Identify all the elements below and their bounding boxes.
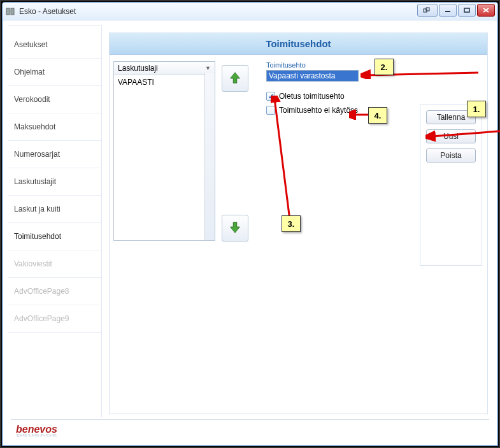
scrollbar[interactable]	[204, 73, 215, 240]
sidebar-item-laskutuslajit[interactable]: Laskutuslajit	[8, 168, 101, 196]
svg-line-11	[432, 125, 500, 136]
sidebar-item-maksuehdot[interactable]: Maksuehdot	[8, 113, 101, 141]
sidebar-item-label: AdvOfficePage9	[14, 314, 69, 323]
callout-4: 4.	[368, 107, 387, 124]
sidebar-item-ohjelmat[interactable]: Ohjelmat	[8, 59, 101, 86]
sidebar-item-label: Vakioviestit	[14, 259, 52, 268]
window-minimize-button[interactable]	[439, 4, 457, 17]
move-up-button[interactable]	[222, 65, 248, 92]
sidebar-item-toimitusehdot[interactable]: Toimitusehdot	[8, 223, 101, 250]
brand-logo: benevos benevos	[16, 424, 57, 435]
annotation-arrow-1	[425, 122, 500, 148]
sidebar-item-label: Laskutuslajit	[14, 177, 56, 186]
arrow-up-icon	[228, 71, 242, 87]
svg-rect-5	[464, 8, 469, 12]
listbox-header[interactable]: Laskutuslaji ▼	[114, 62, 215, 75]
footer: benevos benevos	[11, 419, 489, 438]
sidebar-item-label: Numerosarjat	[14, 150, 60, 159]
sidebar-item-laskutjakuiti[interactable]: Laskut ja kuiti	[8, 196, 101, 223]
sidebar-item-verokoodit[interactable]: Verokoodit	[8, 86, 101, 113]
app-window: Esko - Asetukset Asetukset Ohjelmat Vero…	[2, 2, 498, 446]
sidebar-item-numerosarjat[interactable]: Numerosarjat	[8, 141, 101, 168]
callout-3: 3.	[282, 215, 301, 232]
callout-1: 1.	[467, 101, 486, 117]
svg-marker-8	[231, 72, 240, 83]
main-panel: Toimitusehdot Laskutuslaji ▼ VAPAASTI	[109, 33, 488, 414]
sidebar-item-asetukset[interactable]: Asetukset	[8, 31, 101, 59]
svg-rect-0	[6, 8, 10, 15]
app-icon	[5, 6, 15, 17]
sidebar-item-label: AdvOfficePage8	[14, 287, 69, 296]
sidebar-item-label: Asetukset	[14, 40, 48, 49]
titlebar: Esko - Asetukset	[3, 3, 497, 20]
delete-button[interactable]: Poista	[426, 148, 476, 163]
listbox-row[interactable]: VAPAASTI	[114, 75, 215, 89]
sidebar-item-vakioviestit[interactable]: Vakioviestit	[8, 250, 101, 278]
listbox-header-label: Laskutuslaji	[118, 64, 158, 73]
sidebar-item-advofficepage8[interactable]: AdvOfficePage8	[8, 278, 101, 305]
sidebar-item-label: Toimitusehdot	[14, 232, 61, 241]
sidebar-item-label: Laskut ja kuiti	[14, 205, 61, 213]
sidebar-item-label: Maksuehdot	[14, 122, 55, 131]
sidebar: Asetukset Ohjelmat Verokoodit Maksuehdot…	[8, 25, 102, 417]
svg-marker-9	[231, 222, 240, 233]
sidebar-item-advofficepage9[interactable]: AdvOfficePage9	[8, 305, 101, 333]
toimitusehto-input[interactable]	[266, 70, 359, 82]
sidebar-item-label: Ohjelmat	[14, 68, 45, 76]
window-restore-button[interactable]	[417, 4, 438, 17]
annotation-arrow-3	[271, 96, 303, 223]
window-maximize-button[interactable]	[458, 4, 476, 17]
listbox[interactable]: Laskutuslaji ▼ VAPAASTI	[113, 61, 215, 241]
move-down-button[interactable]	[222, 215, 248, 242]
callout-2: 2.	[375, 59, 394, 75]
window-title: Esko - Asetukset	[19, 7, 76, 16]
sidebar-item-label: Verokoodit	[14, 95, 50, 104]
arrow-down-icon	[228, 220, 242, 236]
svg-rect-1	[11, 8, 14, 15]
window-close-button[interactable]	[477, 4, 495, 17]
svg-line-12	[275, 99, 290, 220]
panel-title: Toimitusehdot	[110, 33, 487, 55]
chevron-down-icon: ▼	[205, 65, 211, 71]
